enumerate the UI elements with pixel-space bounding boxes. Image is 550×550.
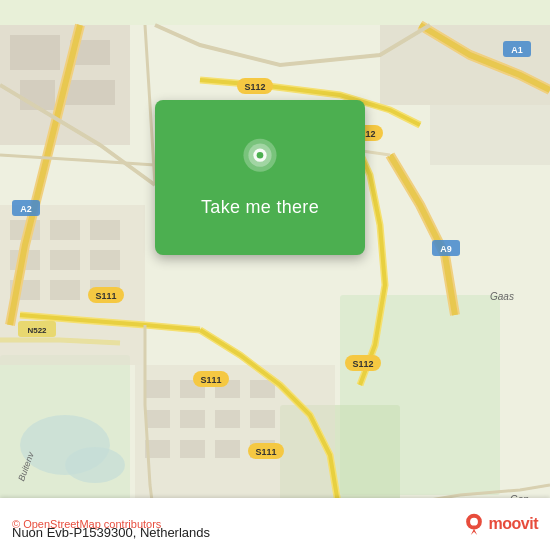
svg-rect-10	[65, 80, 115, 105]
svg-text:S111: S111	[200, 375, 221, 385]
location-pin-icon	[236, 137, 284, 185]
svg-text:Gaas: Gaas	[490, 291, 514, 302]
svg-rect-35	[430, 105, 550, 165]
moovit-logo: moovit	[463, 513, 538, 535]
svg-text:S112: S112	[244, 82, 265, 92]
svg-point-62	[257, 152, 264, 159]
svg-rect-22	[145, 380, 170, 398]
moovit-brand-text: moovit	[489, 515, 538, 533]
svg-rect-32	[215, 440, 240, 458]
svg-text:S111: S111	[95, 291, 116, 301]
svg-rect-13	[50, 220, 80, 240]
bottom-bar-content: © OpenStreetMap contributors Nuon Evb-P1…	[12, 513, 538, 535]
map-background: A2 A1 A9 S112 S112 S112	[0, 0, 550, 550]
svg-rect-17	[90, 250, 120, 270]
svg-rect-27	[180, 410, 205, 428]
svg-rect-31	[180, 440, 205, 458]
svg-text:S112: S112	[352, 359, 373, 369]
svg-rect-7	[10, 35, 60, 70]
location-name-area: Nuon Evb-P1539300, Netherlands	[12, 525, 210, 540]
take-me-there-label: Take me there	[201, 197, 319, 218]
svg-point-64	[470, 518, 478, 526]
svg-rect-28	[215, 410, 240, 428]
svg-rect-26	[145, 410, 170, 428]
svg-text:A9: A9	[440, 244, 452, 254]
svg-rect-16	[50, 250, 80, 270]
take-me-there-button[interactable]: Take me there	[155, 100, 365, 255]
svg-text:A2: A2	[20, 204, 32, 214]
svg-rect-19	[50, 280, 80, 300]
svg-text:A1: A1	[511, 45, 523, 55]
svg-rect-34	[380, 25, 550, 105]
svg-text:N522: N522	[27, 326, 47, 335]
svg-text:S111: S111	[255, 447, 276, 457]
map-container: A2 A1 A9 S112 S112 S112	[0, 0, 550, 550]
svg-rect-14	[90, 220, 120, 240]
svg-rect-29	[250, 410, 275, 428]
moovit-pin-icon	[463, 513, 485, 535]
location-name: Nuon Evb-P1539300, Netherlands	[12, 525, 210, 540]
bottom-bar: © OpenStreetMap contributors Nuon Evb-P1…	[0, 498, 550, 550]
